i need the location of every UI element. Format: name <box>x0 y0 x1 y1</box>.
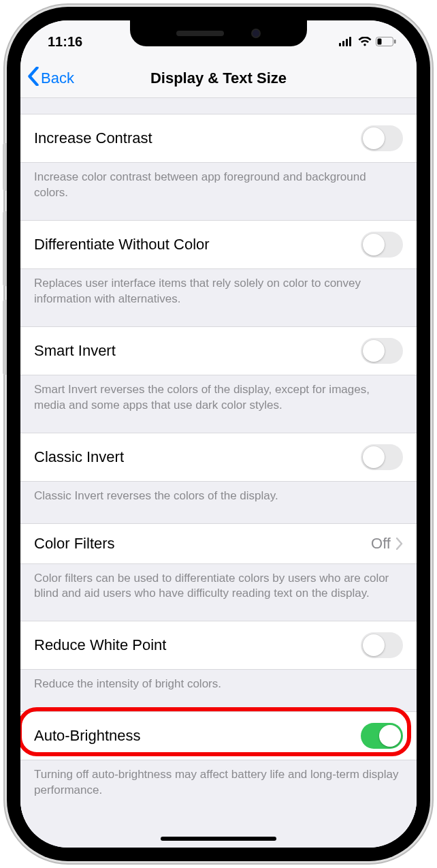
row-smart-invert[interactable]: Smart Invert <box>20 326 417 375</box>
screen: 11:16 Back Display & Text <box>20 20 417 848</box>
row-reduce-white-point[interactable]: Reduce White Point <box>20 621 417 670</box>
row-label: Increase Contrast <box>34 129 152 147</box>
row-label: Reduce White Point <box>34 636 166 654</box>
row-value: Off <box>371 535 391 553</box>
footer-increase-contrast: Increase color contrast between app fore… <box>20 163 417 220</box>
toggle-reduce-white-point[interactable] <box>361 632 403 658</box>
footer-reduce-white-point: Reduce the intensity of bright colors. <box>20 670 417 711</box>
footer-color-filters: Color filters can be used to differentia… <box>20 564 417 621</box>
footer-classic-invert: Classic Invert reverses the colors of th… <box>20 482 417 523</box>
speaker-slot <box>176 31 224 36</box>
toggle-auto-brightness[interactable] <box>361 723 403 749</box>
cellular-icon <box>339 37 354 46</box>
row-label: Classic Invert <box>34 448 124 466</box>
status-right <box>339 37 396 46</box>
svg-rect-0 <box>339 43 341 46</box>
svg-rect-5 <box>378 39 382 45</box>
row-label: Differentiate Without Color <box>34 236 210 253</box>
home-indicator[interactable] <box>161 837 276 841</box>
svg-rect-2 <box>346 39 348 46</box>
back-button[interactable]: Back <box>27 59 74 97</box>
page-title: Display & Text Size <box>150 69 287 87</box>
svg-rect-6 <box>394 40 396 44</box>
notch <box>130 20 307 46</box>
nav-bar: Back Display & Text Size <box>20 59 417 98</box>
toggle-smart-invert[interactable] <box>361 338 403 364</box>
front-camera <box>251 29 261 38</box>
chevron-left-icon <box>27 67 39 90</box>
row-classic-invert[interactable]: Classic Invert <box>20 433 417 482</box>
svg-rect-3 <box>349 37 351 46</box>
row-color-filters[interactable]: Color Filters Off <box>20 523 417 564</box>
row-label: Auto-Brightness <box>34 727 141 745</box>
row-increase-contrast[interactable]: Increase Contrast <box>20 114 417 163</box>
toggle-differentiate-without-color[interactable] <box>361 232 403 258</box>
clipped-footer-text: some backgrounds to increase legibility. <box>20 98 417 114</box>
toggle-classic-invert[interactable] <box>361 444 403 470</box>
row-differentiate-without-color[interactable]: Differentiate Without Color <box>20 220 417 269</box>
footer-smart-invert: Smart Invert reverses the colors of the … <box>20 375 417 433</box>
phone-frame: 11:16 Back Display & Text <box>7 7 430 861</box>
back-label: Back <box>41 69 74 87</box>
status-time: 11:16 <box>48 34 82 50</box>
toggle-increase-contrast[interactable] <box>361 125 403 151</box>
row-label: Smart Invert <box>34 342 116 360</box>
footer-auto-brightness: Turning off auto-brightness may affect b… <box>20 760 417 839</box>
row-label: Color Filters <box>34 535 115 553</box>
wifi-icon <box>358 37 372 46</box>
content-area[interactable]: some backgrounds to increase legibility.… <box>20 98 417 848</box>
footer-differentiate-without-color: Replaces user interface items that rely … <box>20 269 417 326</box>
battery-icon <box>376 37 396 46</box>
row-auto-brightness[interactable]: Auto-Brightness <box>20 711 417 760</box>
svg-rect-1 <box>342 41 344 46</box>
chevron-right-icon <box>396 538 403 550</box>
